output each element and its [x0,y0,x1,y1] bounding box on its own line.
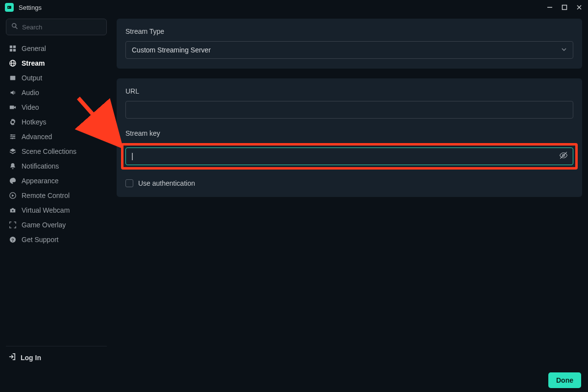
stream-key-label: Stream key [125,129,573,137]
sidebar-item-label: Get Support [22,236,59,244]
sidebar-item-game-overlay[interactable]: Game Overlay [6,218,107,232]
svg-point-15 [11,134,12,136]
svg-rect-13 [10,76,16,80]
search-icon [11,23,22,31]
auth-checkbox[interactable] [125,179,133,187]
sidebar-item-remote-control[interactable]: Remote Control [6,188,107,203]
gear-icon [9,118,17,126]
sidebar-item-virtual-webcam[interactable]: Virtual Webcam [6,203,107,218]
chevron-down-icon [561,46,567,54]
svg-rect-6 [10,46,12,48]
sidebar-item-appearance[interactable]: Appearance [6,173,107,188]
auth-label: Use authentication [138,179,195,187]
sidebar-nav: General Stream Output Audio Video Hotkey… [6,41,107,247]
play-circle-icon [9,192,17,199]
expand-icon [9,221,17,229]
stream-type-card: Stream Type Custom Streaming Server [117,19,582,69]
sidebar-item-audio[interactable]: Audio [6,85,107,100]
login-button[interactable]: Log In [9,353,104,362]
url-input[interactable] [125,101,573,119]
sliders-icon [9,133,17,141]
svg-rect-3 [563,5,567,10]
sidebar-item-label: Hotkeys [22,118,47,126]
stream-key-highlight-box: | [121,143,578,170]
layers-icon [9,147,17,155]
globe-icon [9,59,17,67]
sidebar-item-general[interactable]: General [6,41,107,56]
svg-rect-9 [13,49,16,51]
svg-point-16 [13,136,15,138]
search-input[interactable] [22,24,101,31]
stream-key-input[interactable] [125,147,573,165]
maximize-button[interactable] [561,3,568,11]
stream-type-select[interactable]: Custom Streaming Server [125,41,573,59]
window-title: Settings [19,4,42,11]
auth-checkbox-row[interactable]: Use authentication [125,179,573,187]
sidebar-item-advanced[interactable]: Advanced [6,129,107,144]
sidebar-item-label: Output [22,74,42,82]
sidebar-item-label: Video [22,103,39,111]
sidebar-item-label: Stream [22,59,45,67]
sidebar-item-get-support[interactable]: ? Get Support [6,232,107,247]
search-box[interactable] [6,19,107,35]
titlebar: Settings [0,0,588,15]
help-icon: ? [9,236,17,244]
sidebar-item-label: Notifications [22,162,59,170]
sidebar-item-label: Scene Collections [22,147,76,155]
login-icon [9,353,16,362]
sidebar-item-scene-collections[interactable]: Scene Collections [6,144,107,159]
sidebar-item-stream[interactable]: Stream [6,56,107,71]
sidebar: General Stream Output Audio Video Hotkey… [6,19,107,368]
sidebar-item-label: General [22,45,46,52]
toggle-visibility-button[interactable] [559,151,568,161]
sidebar-item-label: Audio [22,89,39,97]
svg-point-1 [8,7,9,8]
svg-rect-0 [7,6,11,9]
login-label: Log In [21,354,41,362]
content-area: Stream Type Custom Streaming Server URL … [117,19,582,368]
eye-off-icon [559,151,568,162]
done-button[interactable]: Done [548,372,581,388]
video-icon [9,103,17,111]
app-icon [5,3,14,12]
sidebar-item-video[interactable]: Video [6,100,107,115]
bell-icon [9,162,17,170]
output-icon [9,74,17,82]
sidebar-item-hotkeys[interactable]: Hotkeys [6,115,107,129]
volume-icon [9,89,17,97]
text-cursor: | [131,152,133,161]
svg-rect-8 [10,49,12,51]
sidebar-item-label: Game Overlay [22,221,66,229]
svg-text:?: ? [11,238,14,243]
sidebar-item-notifications[interactable]: Notifications [6,159,107,173]
sidebar-item-output[interactable]: Output [6,71,107,85]
sidebar-item-label: Advanced [22,133,52,141]
paint-icon [9,177,17,185]
grid-icon [9,45,17,52]
sidebar-item-label: Remote Control [22,192,70,199]
svg-rect-14 [10,106,14,109]
footer: Done [0,368,588,392]
camera-icon [9,206,17,214]
svg-point-19 [12,210,14,212]
sidebar-item-label: Virtual Webcam [22,206,70,214]
close-button[interactable] [575,3,583,11]
stream-connection-card: URL Stream key | Use authentication [117,78,582,197]
stream-type-value: Custom Streaming Server [132,46,211,54]
minimize-button[interactable] [546,3,554,11]
svg-point-17 [12,138,13,139]
url-label: URL [125,87,573,95]
svg-rect-7 [13,46,16,48]
stream-type-label: Stream Type [125,27,573,35]
sidebar-item-label: Appearance [22,177,59,185]
